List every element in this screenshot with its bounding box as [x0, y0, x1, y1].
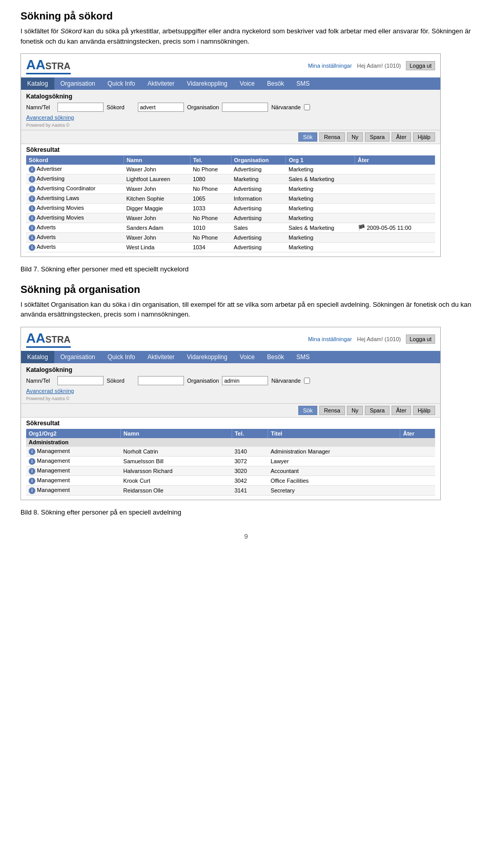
hjalp-btn-1[interactable]: Hjälp [413, 132, 435, 142]
cell-info: i Advertising Movies [26, 213, 124, 223]
sok-btn-2[interactable]: Sök [298, 406, 317, 415]
nav-quickinfo-2[interactable]: Quick Info [101, 351, 141, 363]
info-icon[interactable]: i [29, 205, 35, 212]
nav-vidarekoppling-1[interactable]: Vidarekoppling [180, 77, 233, 90]
info-icon[interactable]: i [29, 186, 35, 192]
table-row[interactable]: i Advertising Laws Kitchen Sophie 1065 I… [26, 194, 435, 204]
header-right-1: Mina inställningar Hej Adam! (1010) Logg… [308, 61, 435, 70]
organisation-input-1[interactable] [222, 103, 268, 112]
nav-besok-1[interactable]: Besök [261, 77, 290, 90]
nav-vidarekoppling-2[interactable]: Vidarekoppling [180, 351, 233, 363]
mina-installningar-link-2[interactable]: Mina inställningar [308, 336, 352, 342]
table-row[interactable]: i Advertising Movies Waxer John No Phone… [26, 213, 435, 223]
logout-btn-2[interactable]: Logga ut [406, 334, 435, 344]
table-row[interactable]: i Adverts Waxer John No Phone Advertisin… [26, 233, 435, 243]
nav-voice-1[interactable]: Voice [234, 77, 261, 90]
cell-tel: 3140 [232, 446, 268, 456]
table-row[interactable]: i Adverts West Linda 1034 Advertising Ma… [26, 243, 435, 252]
nav-aktiviteter-1[interactable]: Aktiviteter [141, 77, 181, 90]
info-icon[interactable]: i [29, 234, 35, 241]
logo-aa-2: AA [26, 330, 46, 346]
nav-katalog-1[interactable]: Katalog [21, 77, 54, 90]
ny-btn-1[interactable]: Ny [347, 132, 363, 142]
table-row[interactable]: i Advertising Coordinator Waxer John No … [26, 184, 435, 194]
ater-btn-2[interactable]: Åter [392, 406, 411, 415]
cell-info: i Adverts [26, 243, 124, 252]
info-icon[interactable]: i [29, 176, 35, 183]
info-icon[interactable]: i [29, 448, 35, 455]
nav-katalog-2[interactable]: Katalog [21, 351, 54, 363]
info-icon[interactable]: i [29, 195, 35, 202]
results-section-2: Sökresultat Org1/Org2 Namn Tel. Titel Åt… [21, 418, 440, 500]
app-screenshot-2: AA STRA Mina inställningar Hej Adam! (10… [20, 327, 441, 500]
info-icon[interactable]: i [29, 225, 35, 231]
cell-titel: Secretary [268, 485, 400, 495]
info-icon[interactable]: i [29, 458, 35, 465]
table-row[interactable]: i Management Halvarsson Richard 3020 Acc… [26, 466, 435, 476]
cell-ater [400, 446, 435, 456]
nav-sms-2[interactable]: SMS [290, 351, 316, 363]
advanced-link-2[interactable]: Avancerad sökning [26, 387, 435, 394]
table-row[interactable]: i Advertiser Waxer John No Phone Adverti… [26, 165, 435, 174]
table-row[interactable]: i Management Krook Curt 3042 Office Faci… [26, 476, 435, 485]
cell-ater [400, 476, 435, 485]
mina-installningar-link-1[interactable]: Mina inställningar [308, 63, 352, 69]
narvarande-checkbox-2[interactable] [304, 378, 310, 384]
nav-besok-2[interactable]: Besök [261, 351, 290, 363]
sokord-input-1[interactable] [138, 103, 184, 112]
organisation-input-2[interactable] [222, 376, 268, 385]
cell-ater [355, 233, 435, 243]
cell-org1: Marketing [286, 233, 355, 243]
cell-info: i Advertising [26, 174, 124, 184]
info-icon[interactable]: i [29, 487, 35, 494]
table-row[interactable]: i Advertising Movies Digger Maggie 1033 … [26, 204, 435, 213]
logo-aa: AA [26, 57, 46, 73]
nav-quickinfo-1[interactable]: Quick Info [101, 77, 141, 90]
cell-info: i Management [26, 485, 121, 495]
info-icon[interactable]: i [29, 468, 35, 475]
cell-namn: Waxer John [124, 165, 190, 174]
nav-aktiviteter-2[interactable]: Aktiviteter [141, 351, 181, 363]
sok-btn-1[interactable]: Sök [298, 132, 317, 142]
namn-input-1[interactable] [57, 103, 104, 112]
info-icon[interactable]: i [29, 478, 35, 484]
ny-btn-2[interactable]: Ny [347, 406, 363, 415]
nav-organisation-1[interactable]: Organisation [54, 77, 101, 90]
table-row[interactable]: i Management Reidarsson Olle 3141 Secret… [26, 485, 435, 495]
page-heading-2: Sökning på organisation [20, 284, 471, 295]
table-row[interactable]: i Advertising Lightfoot Laureen 1080 Mar… [26, 174, 435, 184]
advanced-link-1[interactable]: Avancerad sökning [26, 113, 435, 121]
cell-info: i Management [26, 466, 121, 476]
cell-org1: Marketing [286, 213, 355, 223]
nav-voice-2[interactable]: Voice [234, 351, 261, 363]
info-icon[interactable]: i [29, 244, 35, 251]
label-namntel-2: Namn/Tel [26, 378, 54, 384]
sokord-input-2[interactable] [138, 376, 184, 385]
info-icon[interactable]: i [29, 215, 35, 222]
label-sokord-1: Sökord [107, 104, 135, 110]
cell-tel: No Phone [190, 233, 231, 243]
col-sokord-1: Sökord [26, 155, 124, 165]
search-area-2: Katalogsökning Namn/Tel Sökord Organisat… [21, 363, 440, 404]
nav-sms-1[interactable]: SMS [290, 77, 316, 90]
cell-info: i Advertising Movies [26, 204, 124, 213]
hjalp-btn-2[interactable]: Hjälp [413, 406, 435, 415]
cell-org: Advertising [231, 184, 286, 194]
table-row[interactable]: i Adverts Sanders Adam 1010 Sales Sales … [26, 223, 435, 233]
namn-input-2[interactable] [57, 376, 104, 385]
cell-namn: West Linda [124, 243, 190, 252]
results-title-1: Sökresultat [26, 146, 435, 153]
nav-organisation-2[interactable]: Organisation [54, 351, 101, 363]
info-icon[interactable]: i [29, 166, 35, 173]
results-title-2: Sökresultat [26, 420, 435, 427]
logout-btn-1[interactable]: Logga ut [406, 61, 435, 70]
spara-btn-2[interactable]: Spara [365, 406, 389, 415]
ater-btn-1[interactable]: Åter [392, 132, 411, 142]
table-row[interactable]: i Management Norholt Catrin 3140 Adminis… [26, 446, 435, 456]
narvarande-checkbox-1[interactable] [304, 104, 310, 110]
spara-btn-1[interactable]: Spara [365, 132, 389, 142]
rensa-btn-2[interactable]: Rensa [319, 406, 345, 415]
table-row[interactable]: i Management Samuelsson Bill 3072 Lawyer [26, 456, 435, 466]
search-row-2: Namn/Tel Sökord Organisation Närvarande [26, 376, 435, 385]
rensa-btn-1[interactable]: Rensa [319, 132, 345, 142]
